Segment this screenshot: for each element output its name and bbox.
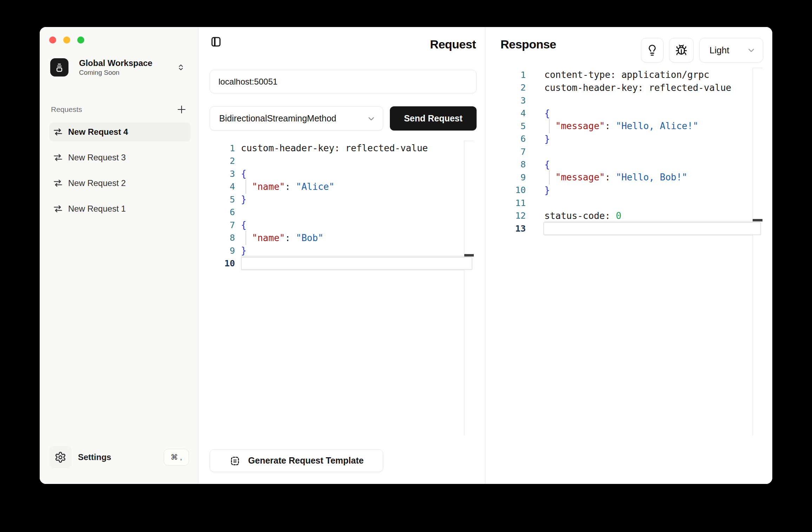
response-panel-title: Response — [500, 38, 556, 51]
line-number: 4 — [210, 181, 235, 192]
line-number: 9 — [210, 246, 235, 256]
line-number: 6 — [500, 134, 526, 144]
editor-line: 8{ — [500, 158, 764, 171]
sidebar-item-label: New Request 3 — [68, 153, 126, 162]
chevrons-up-down-icon — [177, 63, 185, 72]
theme-select-value: Light — [709, 45, 729, 56]
sidebar-item-label: New Request 2 — [68, 178, 126, 188]
debug-button[interactable] — [669, 38, 694, 62]
line-number: 13 — [500, 224, 526, 234]
workspace-switcher[interactable]: Global Workspace Coming Soon — [50, 58, 188, 77]
editor-line: 5} — [210, 193, 477, 206]
line-content: custom-header-key: reflected-value — [241, 142, 428, 155]
archive-box-icon — [50, 58, 68, 77]
zoom-window-button[interactable] — [77, 36, 84, 44]
sidebar-toggle-button[interactable] — [209, 35, 223, 49]
line-number: 9 — [500, 172, 526, 182]
window-controls — [49, 36, 84, 44]
app-window: Global Workspace Coming Soon Requests — [40, 27, 772, 484]
requests-section-label: Requests — [51, 105, 82, 114]
server-url-input[interactable] — [210, 70, 477, 93]
line-number: 2 — [500, 82, 526, 93]
editor-right-border — [464, 141, 464, 435]
editor-line: 4 "name": "Alice" — [210, 180, 477, 193]
sidebar: Global Workspace Coming Soon Requests — [40, 27, 198, 484]
sidebar-item-new-request-1[interactable]: New Request 1 — [49, 199, 191, 218]
line-number: 4 — [500, 108, 526, 118]
swap-arrows-icon — [53, 127, 63, 137]
swap-arrows-icon — [53, 178, 63, 188]
editor-top-border — [753, 68, 762, 68]
close-window-button[interactable] — [49, 36, 56, 44]
editor-right-border — [753, 68, 753, 435]
editor-line: 2custom-header-key: reflected-value — [500, 81, 764, 94]
line-number: 7 — [210, 220, 235, 230]
swap-arrows-icon — [53, 153, 63, 162]
line-number: 8 — [210, 233, 235, 243]
indent-guide — [245, 231, 246, 245]
template-dashed-icon — [229, 455, 241, 466]
line-content: "name": "Alice" — [241, 180, 334, 193]
line-number: 2 — [210, 156, 235, 166]
panel-left-icon — [210, 36, 222, 48]
line-number: 10 — [500, 185, 526, 195]
sidebar-item-new-request-2[interactable]: New Request 2 — [49, 174, 191, 193]
line-number: 8 — [500, 159, 526, 169]
theme-select[interactable]: Light — [699, 38, 763, 62]
request-panel-title: Request — [430, 38, 476, 51]
line-content: } — [544, 133, 550, 146]
line-number: 3 — [210, 169, 235, 179]
generate-template-button[interactable]: Generate Request Template — [210, 449, 383, 472]
line-content: "message": "Hello, Bob!" — [544, 171, 687, 184]
scrollbar-thumb[interactable] — [753, 219, 762, 221]
add-request-button[interactable] — [176, 104, 187, 115]
line-number: 5 — [500, 121, 526, 131]
editor-line: 2 — [210, 155, 477, 168]
minimize-window-button[interactable] — [63, 36, 70, 44]
chevron-down-icon — [747, 46, 756, 55]
response-panel: Response Light — [486, 27, 772, 484]
line-number: 11 — [500, 198, 526, 208]
sidebar-item-new-request-3[interactable]: New Request 3 — [49, 148, 191, 167]
line-content: status-code: 0 — [544, 210, 621, 222]
tip-button[interactable] — [641, 38, 663, 62]
line-content: "name": "Bob" — [241, 232, 323, 245]
editor-line: 10} — [500, 184, 764, 197]
method-select[interactable]: BidirectionalStreamingMethod — [210, 106, 383, 131]
active-line-box — [543, 222, 761, 235]
editor-line: 6 — [210, 206, 477, 219]
lightbulb-icon — [646, 44, 658, 56]
plus-icon — [176, 104, 187, 115]
line-content: } — [544, 184, 550, 197]
editor-line: 5 "message": "Hello, Alice!" — [500, 120, 764, 133]
gear-icon — [49, 446, 72, 468]
editor-line: 3{ — [210, 167, 477, 180]
editor-line: 3 — [500, 94, 764, 107]
line-content: { — [544, 107, 550, 120]
settings-label: Settings — [78, 452, 164, 462]
editor-top-border — [464, 141, 474, 141]
line-number: 10 — [210, 258, 235, 268]
response-editor[interactable]: 1content-type: application/grpc2custom-h… — [500, 68, 764, 235]
request-editor[interactable]: 1custom-header-key: reflected-value23{4 … — [210, 142, 477, 270]
line-number: 7 — [500, 147, 526, 157]
editor-line: 8 "name": "Bob" — [210, 232, 477, 245]
scrollbar-thumb[interactable] — [464, 254, 474, 257]
editor-line: 1custom-header-key: reflected-value — [210, 142, 477, 155]
line-content: } — [241, 193, 247, 206]
line-number: 12 — [500, 211, 526, 221]
line-content: content-type: application/grpc — [544, 68, 709, 81]
line-number: 5 — [210, 194, 235, 205]
editor-line: 11 — [500, 197, 764, 210]
editor-line: 4{ — [500, 107, 764, 120]
line-number: 6 — [210, 207, 235, 217]
line-content: } — [241, 244, 247, 257]
editor-line: 9 "message": "Hello, Bob!" — [500, 171, 764, 184]
send-request-button[interactable]: Send Request — [390, 106, 477, 131]
workspace-title: Global Workspace — [79, 58, 177, 68]
indent-guide — [549, 119, 550, 133]
swap-arrows-icon — [53, 204, 63, 214]
editor-line: 6} — [500, 133, 764, 146]
sidebar-item-new-request-4[interactable]: New Request 4 — [49, 122, 191, 141]
settings-button[interactable]: Settings ⌘ , — [49, 446, 189, 468]
